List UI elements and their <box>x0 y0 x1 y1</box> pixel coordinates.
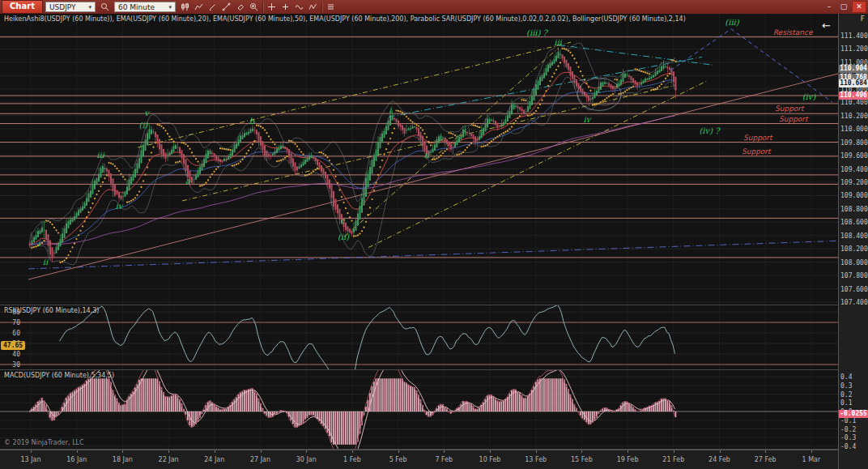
price-axis-tick: 110.000 <box>840 126 868 133</box>
svg-text:(iv) ?: (iv) ? <box>699 126 721 135</box>
price-axis-tick: 109.600 <box>840 152 868 160</box>
svg-text:iv: iv <box>584 115 592 124</box>
titlebar: Chart USDJPY ▾ 60 Minute ▾ – ▢ ✕ <box>0 0 868 14</box>
time-axis-tickmark <box>261 450 262 453</box>
time-axis-tick: 19 Feb <box>617 456 639 463</box>
time-axis-tickmark <box>444 450 445 453</box>
time-axis-tickmark <box>215 450 215 453</box>
toolbar-separator <box>262 2 263 12</box>
instrument-value: USDJPY <box>49 3 76 11</box>
rsi-panel[interactable]: RSI(USDJPY (60 Minute),14,3) 80706050403… <box>0 305 838 370</box>
zoom-in-button[interactable] <box>247 2 261 13</box>
plus-button[interactable] <box>279 2 292 13</box>
price-axis[interactable]: F -0.0255 111.400111.200111.000110.80011… <box>838 14 868 469</box>
plots: ResistanceSupportSupportSupportSupportii… <box>0 14 838 469</box>
macd-axis-tick: -0.2 <box>840 426 856 433</box>
svg-text:(iv): (iv) <box>802 92 817 101</box>
price-axis-tick: 109.400 <box>840 166 868 173</box>
svg-text:iii: iii <box>554 38 562 47</box>
time-axis-tick: 22 Jan <box>159 456 179 463</box>
time-axis-tickmark <box>31 450 32 453</box>
time-axis-tickmark <box>765 450 766 453</box>
price-axis-tick: 108.000 <box>840 259 868 266</box>
rsi-value-badge: 47.65 <box>1 341 25 350</box>
price-chart-svg[interactable]: ResistanceSupportSupportSupportSupportii… <box>0 14 838 305</box>
back-arrow-icon[interactable]: ← <box>822 20 831 31</box>
time-axis[interactable]: 13 Jan16 Jan18 Jan22 Jan24 Jan27 Jan30 J… <box>0 450 838 469</box>
svg-text:iii: iii <box>96 151 104 160</box>
time-axis-tick: 13 Feb <box>525 456 547 463</box>
indicator-value-marker: 110.904 <box>839 65 868 73</box>
axis-corner-label: F <box>861 15 865 23</box>
wave-button[interactable] <box>292 2 306 13</box>
macd-chart-svg[interactable] <box>0 370 838 450</box>
trendline-icon <box>222 2 231 11</box>
price-panel[interactable]: ResistanceSupportSupportSupportSupportii… <box>0 14 838 305</box>
time-axis-tick: 18 Jan <box>113 456 133 463</box>
time-axis-tick: 15 Feb <box>571 456 593 463</box>
minimize-button[interactable]: – <box>823 2 836 12</box>
search-button[interactable] <box>98 2 112 13</box>
chart-tab[interactable]: Chart <box>2 0 43 14</box>
zigzag-button[interactable] <box>306 2 320 13</box>
macd-label: MACD(USDJPY (60 Minute),5,34,5) <box>4 372 114 379</box>
chevron-down-icon: ▾ <box>88 4 91 11</box>
time-axis-tickmark <box>536 450 537 453</box>
time-axis-tick: 24 Feb <box>708 456 730 463</box>
time-axis-tickmark <box>581 450 582 453</box>
trendline-button[interactable] <box>219 2 233 13</box>
time-axis-tickmark <box>628 450 628 453</box>
macd-panel[interactable]: MACD(USDJPY (60 Minute),5,34,5) © 2019 N… <box>0 370 838 450</box>
price-axis-tick: 108.800 <box>840 206 868 213</box>
time-axis-tick: 1 Mar <box>802 456 821 463</box>
time-axis-tickmark <box>674 450 674 453</box>
toolbar-separator <box>321 2 322 12</box>
pencil-button[interactable] <box>206 2 219 13</box>
line-chart-button[interactable] <box>192 2 206 13</box>
time-axis-tick: 1 Feb <box>343 456 361 463</box>
wave-icon <box>295 2 304 11</box>
close-button[interactable]: ✕ <box>852 1 866 13</box>
zoom-in-icon <box>249 2 258 11</box>
candles-button[interactable] <box>178 2 192 13</box>
price-axis-tick: 107.400 <box>840 299 868 306</box>
price-axis-tick: 107.600 <box>840 286 868 293</box>
time-axis-tick: 13 Jan <box>20 456 40 463</box>
macd-axis-tick: 0.3 <box>840 382 852 390</box>
rsi-axis: 807060504030 <box>0 305 838 369</box>
chevron-down-icon: ▾ <box>168 4 172 11</box>
time-axis-tick: 10 Feb <box>479 456 501 463</box>
macd-axis-tick: -0.4 <box>840 443 856 450</box>
interval-value: 60 Minute <box>118 3 155 11</box>
time-axis-tickmark <box>122 450 123 453</box>
list-icon <box>326 2 335 11</box>
price-axis-tick: 108.600 <box>840 219 868 226</box>
last-price-marker: 110.496 <box>839 92 868 100</box>
svg-text:(ii): (ii) <box>338 232 350 241</box>
price-axis-tick: 110.400 <box>840 99 868 106</box>
indicator-value-marker: 110.684 <box>839 79 868 87</box>
eraser-button[interactable] <box>233 2 247 13</box>
macd-axis-tick: 0.2 <box>840 391 852 399</box>
time-axis-tickmark <box>168 450 169 453</box>
price-axis-tick: 111.200 <box>840 45 868 53</box>
time-axis-tickmark <box>720 450 721 453</box>
price-axis-tick: 108.400 <box>840 232 868 240</box>
list-button[interactable] <box>324 2 338 13</box>
crosshair-button[interactable] <box>265 2 279 13</box>
svg-text:iv: iv <box>116 202 124 211</box>
svg-text:(i): (i) <box>138 121 148 130</box>
search-icon <box>100 2 109 11</box>
indicator-label: HeikenAshi8(USDJPY (60 Minute)), EMA(USD… <box>4 15 686 23</box>
time-axis-tick: 21 Feb <box>662 456 684 463</box>
instrument-selector[interactable]: USDJPY ▾ <box>45 2 96 12</box>
price-axis-tick: 109.000 <box>840 192 868 199</box>
svg-text:b: b <box>249 117 255 126</box>
maximize-button[interactable]: ▢ <box>837 2 850 12</box>
svg-text:ii: ii <box>43 258 49 266</box>
price-axis-tick: 107.800 <box>840 272 868 279</box>
zigzag-icon <box>308 2 317 11</box>
time-axis-tickmark <box>811 450 812 453</box>
interval-selector[interactable]: 60 Minute ▾ <box>114 2 176 12</box>
time-axis-tickmark <box>306 450 307 453</box>
